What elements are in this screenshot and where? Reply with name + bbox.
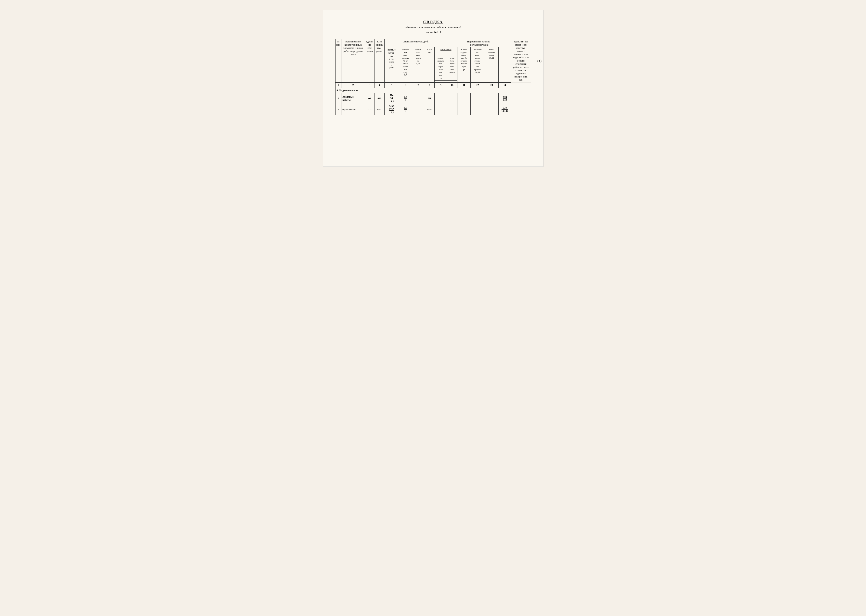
col-num-3: 3: [365, 82, 374, 88]
row2-norm-overhead: [470, 104, 485, 115]
row1-norm-base: [457, 93, 470, 104]
row2-planned: [412, 104, 424, 115]
col-num-2: 2: [341, 82, 365, 88]
col-num-10: I0: [447, 82, 457, 88]
header-direct: прямыезатра-ты в томчисле ,сумма: [384, 47, 399, 82]
row1-unit-cost: 0,62 1,12: [498, 93, 511, 104]
row2-wage: [447, 104, 457, 115]
column-number-row: 1 2 3 4 5 6 7 8 9 I0 II I2 I3 I4: [335, 82, 531, 88]
title-section: СВОДКА объемов и стоимости работ к локал…: [335, 20, 531, 34]
page: (1) СВОДКА объемов и стоимости работ к л…: [323, 10, 544, 167]
col-num-9: 9: [434, 82, 447, 88]
header-norm-base: в нак-ладныхрасхо-дах %от сум-мы погра-ф…: [457, 47, 470, 82]
title-sub-line2: смете №1-1: [335, 30, 531, 34]
col-num-11: II: [457, 82, 470, 88]
header-col-qty: К-во единиц изме- рения: [374, 39, 384, 82]
header-incl-group: в том числе: [434, 47, 457, 56]
col-num-5: 5: [384, 82, 399, 88]
header-col-name: Наименование конструктивных элементов и …: [341, 39, 365, 82]
col-num-13: I3: [485, 82, 498, 88]
row1-overhead: 53 8: [399, 93, 412, 104]
header-unit-cost: Удельный вес стоим- ости конструк- тивно…: [511, 39, 531, 82]
row2-qty: 64,4: [374, 104, 384, 115]
header-norm-total: всегоданнымграф10,11: [485, 47, 498, 82]
row2-base: [434, 104, 447, 115]
row1-direct: 574 94 16,5: [384, 93, 399, 104]
side-label: (1): [537, 59, 541, 63]
table-row: 2 Фундаменти –"– 64,4 7495 I337 16,5 699…: [335, 104, 531, 115]
row2-overhead: 699 8: [399, 104, 412, 115]
row1-norm-overhead: [470, 93, 485, 104]
col-num-7: 7: [412, 82, 424, 88]
header-base-wage: основ-зксплт.наязара-бот-наяпла-та: [434, 56, 447, 81]
row2-name: Фундаменти: [341, 104, 365, 115]
title-main: СВОДКА: [335, 20, 531, 24]
header-total: всегопо: [424, 47, 435, 82]
header-worker-wage: в т.ч.бот.зара-боч-наяплата: [447, 56, 457, 81]
col-num-1: 1: [335, 82, 341, 88]
col-num-8: 8: [424, 82, 435, 88]
row2-direct: 7495 I337 16,5: [384, 104, 399, 115]
row1-num: I: [335, 93, 341, 104]
table-row: I Земляныеработы м3 646 574 94 16,5 53: [335, 93, 531, 104]
section-a-label: А. Надземная часть: [335, 88, 511, 93]
header-overhead: наклад-ныенако-пления% отстои-мостипогра…: [399, 47, 412, 82]
col-num-4: 4: [374, 82, 384, 88]
row1-wage: [447, 93, 457, 104]
section-a-row: А. Надземная часть: [335, 88, 531, 93]
header-spacer: [434, 80, 457, 82]
col-num-12: I2: [470, 82, 485, 88]
row2-total: 943I: [424, 104, 435, 115]
row2-unit-cost: 8,I0 146,44: [498, 104, 511, 115]
header-planned: плано-выенако-плен.ям5,7,8: [412, 47, 424, 82]
header-cost-group: Сметная стоимость, руб.: [384, 39, 447, 47]
row2-norm-base: [457, 104, 470, 115]
header-col-num: № п.п.: [335, 39, 341, 82]
col-num-6: 6: [399, 82, 412, 88]
row1-planned: [412, 93, 424, 104]
row1-total: 72I: [424, 93, 435, 104]
header-col-unit: Едини- ца изме- рения: [365, 39, 374, 82]
col-num-14: I4: [498, 82, 511, 88]
row1-name: Земляныеработы: [341, 93, 365, 104]
row2-norm-total: [485, 104, 498, 115]
header-norm-overhead: в плано-выхнако-плен.стоим-остипографам1…: [470, 47, 485, 82]
row1-norm-total: [485, 93, 498, 104]
row2-num: 2: [335, 104, 341, 115]
main-table: № п.п. Наименование конструктивных элеме…: [335, 39, 531, 115]
row1-base: [434, 93, 447, 104]
row2-unit: –"–: [365, 104, 374, 115]
header-norm-group: Нормативная условно-чистая продукция: [447, 39, 511, 47]
title-sub-line1: объемов и стоимости работ к локальной: [335, 25, 531, 29]
row1-unit: м3: [365, 93, 374, 104]
row1-qty: 646: [374, 93, 384, 104]
